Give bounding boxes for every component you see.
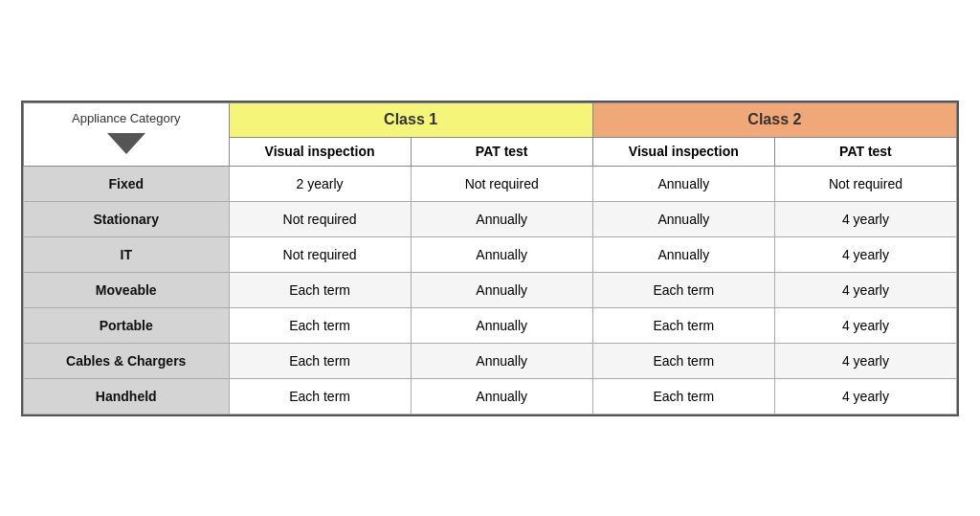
c2-visual-header: Visual inspection <box>592 137 774 166</box>
c1-pat-header: PAT test <box>411 137 592 166</box>
table-row: Stationary Not required Annually Annuall… <box>24 201 957 236</box>
table-row: Fixed 2 yearly Not required Annually Not… <box>24 166 957 201</box>
c1-visual-cell: Each term <box>229 307 411 343</box>
main-table-wrapper: Appliance Category Class 1 Class 2 Visua… <box>21 101 959 416</box>
c2-visual-cell: Each term <box>592 343 774 378</box>
table-body: Fixed 2 yearly Not required Annually Not… <box>24 166 957 414</box>
c1-pat-cell: Not required <box>411 166 592 201</box>
c1-visual-cell: 2 yearly <box>229 166 411 201</box>
c2-visual-cell: Each term <box>592 378 774 414</box>
c2-pat-cell: 4 yearly <box>774 272 956 307</box>
c1-visual-cell: Not required <box>229 236 411 272</box>
table-row: Portable Each term Annually Each term 4 … <box>24 307 957 343</box>
c1-pat-cell: Annually <box>411 201 592 236</box>
c2-pat-cell: 4 yearly <box>774 307 956 343</box>
c1-visual-cell: Each term <box>229 343 411 378</box>
category-cell: Portable <box>24 307 230 343</box>
c2-visual-cell: Annually <box>592 236 774 272</box>
c1-visual-cell: Not required <box>229 201 411 236</box>
category-cell: Moveable <box>24 272 230 307</box>
c1-pat-cell: Annually <box>411 272 592 307</box>
arrow-down-icon <box>107 133 145 154</box>
c1-visual-cell: Each term <box>229 272 411 307</box>
c2-visual-cell: Annually <box>592 201 774 236</box>
c2-pat-cell: Not required <box>774 166 956 201</box>
category-cell: Fixed <box>24 166 230 201</box>
c2-pat-cell: 4 yearly <box>774 236 956 272</box>
c2-pat-cell: 4 yearly <box>774 343 956 378</box>
c2-visual-cell: Each term <box>592 307 774 343</box>
table-row: Handheld Each term Annually Each term 4 … <box>24 378 957 414</box>
appliance-category-header: Appliance Category <box>24 102 230 166</box>
c2-pat-header: PAT test <box>774 137 956 166</box>
category-cell: Handheld <box>24 378 230 414</box>
category-cell: Stationary <box>24 201 230 236</box>
class-header-row: Appliance Category Class 1 Class 2 <box>24 102 957 137</box>
class1-header: Class 1 <box>229 102 592 137</box>
c1-pat-cell: Annually <box>411 236 592 272</box>
table-row: Cables & Chargers Each term Annually Eac… <box>24 343 957 378</box>
c2-pat-cell: 4 yearly <box>774 201 956 236</box>
c1-visual-cell: Each term <box>229 378 411 414</box>
c1-visual-header: Visual inspection <box>229 137 411 166</box>
c2-visual-cell: Annually <box>592 166 774 201</box>
table-row: IT Not required Annually Annually 4 year… <box>24 236 957 272</box>
category-cell: IT <box>24 236 230 272</box>
class2-header: Class 2 <box>592 102 956 137</box>
table-row: Moveable Each term Annually Each term 4 … <box>24 272 957 307</box>
c1-pat-cell: Annually <box>411 307 592 343</box>
inspection-table: Appliance Category Class 1 Class 2 Visua… <box>23 102 957 415</box>
c1-pat-cell: Annually <box>411 378 592 414</box>
category-cell: Cables & Chargers <box>24 343 230 378</box>
category-label: Appliance Category <box>28 111 225 125</box>
c2-visual-cell: Each term <box>592 272 774 307</box>
c1-pat-cell: Annually <box>411 343 592 378</box>
c2-pat-cell: 4 yearly <box>774 378 956 414</box>
